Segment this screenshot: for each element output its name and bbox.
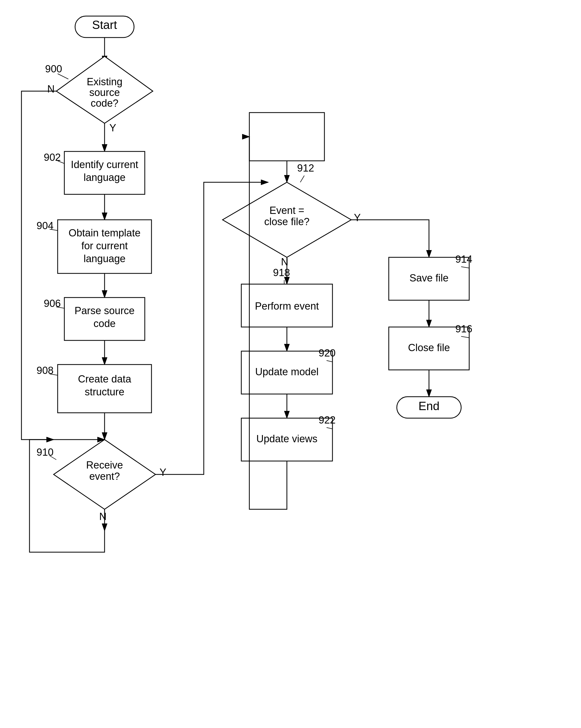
node-902-line1: Identify current — [71, 159, 138, 170]
start-label: Start — [92, 18, 117, 31]
n-label-900: N — [47, 83, 54, 95]
node-908-line1: Create data — [78, 373, 131, 385]
node-910-line2: event? — [89, 471, 120, 482]
label-916: 916 — [455, 323, 472, 335]
node-904-line1: Obtain template — [69, 227, 141, 238]
node-900-line3: code? — [91, 98, 119, 109]
label-920: 920 — [319, 347, 335, 359]
label-912: 912 — [297, 162, 314, 174]
node-906-line2: code — [94, 318, 116, 329]
label-910: 910 — [36, 446, 53, 458]
node-902-line2: language — [84, 172, 125, 183]
y-label-900: Y — [109, 122, 116, 133]
node-912-line1: Event = — [270, 205, 304, 216]
label-922: 922 — [319, 414, 335, 426]
node-906-line1: Parse source — [75, 305, 134, 316]
node-916: Close file — [408, 342, 450, 353]
end-label: End — [419, 399, 439, 413]
flowchart-container: Start Existing source code? 900 N Y Iden… — [0, 0, 581, 728]
node-918: Perform event — [255, 301, 319, 312]
node-904-line3: language — [84, 253, 125, 264]
y-label-912: Y — [354, 212, 361, 223]
node-922: Update views — [256, 433, 318, 444]
label-900: 900 — [45, 63, 62, 75]
svg-rect-21 — [249, 112, 324, 161]
node-910-line1: Receive — [86, 460, 123, 471]
svg-line-24 — [300, 176, 304, 182]
node-900-line2: source — [89, 87, 120, 98]
y-label-910: Y — [159, 467, 166, 478]
node-904-line2: for current — [81, 240, 128, 252]
n-label-910: N — [99, 511, 106, 522]
node-914: Save file — [409, 272, 449, 284]
label-918: 918 — [273, 267, 290, 278]
svg-line-4 — [58, 74, 68, 79]
node-920: Update model — [255, 366, 319, 378]
label-914: 914 — [455, 254, 472, 265]
node-908-line2: structure — [85, 386, 124, 397]
node-912-line2: close file? — [264, 216, 310, 227]
node-900-line1: Existing — [86, 76, 122, 87]
